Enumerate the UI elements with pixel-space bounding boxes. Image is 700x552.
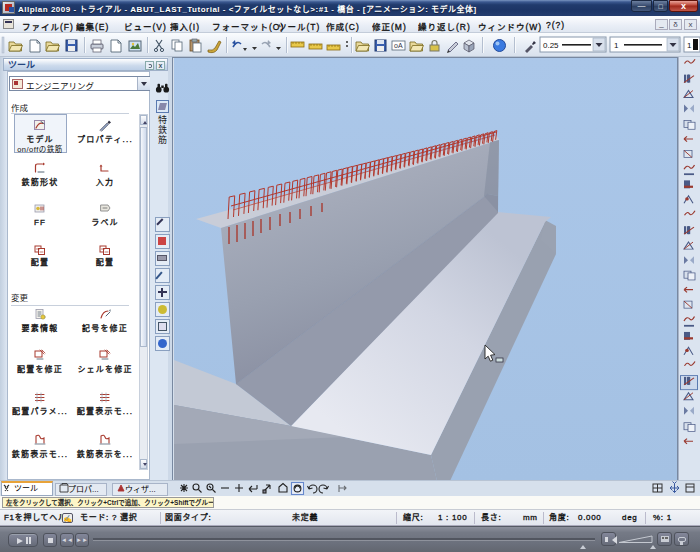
svg-text:鉄筋形状: 鉄筋形状	[22, 177, 59, 187]
svg-text:配置を修正: 配置を修正	[17, 364, 63, 374]
svg-text:1: 1	[687, 41, 692, 50]
svg-text:変更: 変更	[11, 293, 29, 303]
svg-text:入力: 入力	[96, 177, 114, 187]
svg-text:配置表示モ...: 配置表示モ...	[77, 406, 133, 416]
svg-text:ラベル: ラベル	[91, 218, 119, 227]
svg-text:要素情報: 要素情報	[22, 323, 59, 333]
svg-text:記号を修正: 記号を修正	[82, 323, 128, 333]
svg-text:モデル: モデル	[26, 134, 54, 144]
svg-text:配置: 配置	[31, 258, 49, 267]
svg-text:oA: oA	[394, 42, 403, 49]
svg-text:鉄筋表示を...: 鉄筋表示を...	[77, 449, 133, 459]
svg-text:0.25: 0.25	[543, 41, 559, 50]
svg-text:1: 1	[614, 41, 619, 50]
svg-text:プロパティ...: プロパティ...	[77, 135, 133, 144]
svg-text:on/offの鉄筋: on/offの鉄筋	[17, 144, 63, 154]
svg-text:FF: FF	[34, 218, 46, 227]
svg-text:配置: 配置	[96, 258, 114, 267]
svg-text:シェルを修正: シェルを修正	[77, 364, 132, 374]
svg-text:鉄筋表示モ...: 鉄筋表示モ...	[12, 449, 68, 459]
svg-text:配置パラメ...: 配置パラメ...	[12, 407, 68, 416]
